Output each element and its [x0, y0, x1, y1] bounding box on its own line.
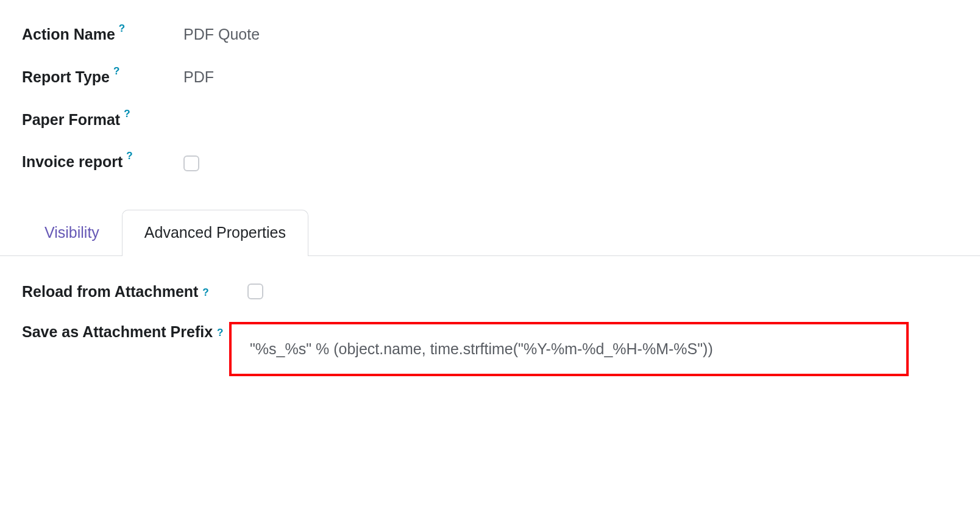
value-action-name[interactable]: PDF Quote [183, 24, 958, 45]
help-icon[interactable]: ? [217, 327, 223, 338]
value-invoice-report [183, 152, 958, 173]
tab-advanced-properties[interactable]: Advanced Properties [122, 210, 308, 256]
row-reload-from-attachment: Reload from Attachment ? [22, 280, 958, 302]
row-save-as-attachment-prefix: Save as Attachment Prefix ? "%s_%s" % (o… [22, 321, 958, 376]
advanced-panel: Reload from Attachment ? Save as Attachm… [22, 280, 958, 376]
label-save-as-attachment-prefix: Save as Attachment Prefix ? [22, 321, 229, 343]
label-text: Paper Format [22, 110, 120, 130]
row-paper-format: Paper Format ? [22, 110, 958, 130]
help-icon[interactable]: ? [202, 287, 208, 298]
help-icon[interactable]: ? [113, 66, 119, 76]
attachment-prefix-input[interactable]: "%s_%s" % (object.name, time.strftime("%… [229, 322, 909, 376]
label-text: Invoice report [22, 152, 122, 173]
label-text: Reload from Attachment [22, 283, 198, 300]
label-report-type: Report Type ? [22, 67, 183, 88]
value-save-as-attachment-prefix: "%s_%s" % (object.name, time.strftime("%… [229, 321, 958, 376]
label-action-name: Action Name ? [22, 24, 183, 45]
label-paper-format: Paper Format ? [22, 110, 183, 130]
help-icon[interactable]: ? [119, 23, 125, 34]
row-report-type: Report Type ? PDF [22, 67, 958, 88]
row-action-name: Action Name ? PDF Quote [22, 24, 958, 45]
label-text: Save as Attachment Prefix [22, 323, 213, 340]
tabs: Visibility Advanced Properties [0, 209, 980, 256]
label-text: Action Name [22, 24, 115, 45]
row-invoice-report: Invoice report ? [22, 152, 958, 173]
label-reload-from-attachment: Reload from Attachment ? [22, 280, 229, 302]
basic-fields: Action Name ? PDF Quote Report Type ? PD… [22, 24, 958, 173]
invoice-report-checkbox[interactable] [183, 155, 199, 171]
help-icon[interactable]: ? [124, 109, 130, 119]
label-invoice-report: Invoice report ? [22, 152, 183, 173]
help-icon[interactable]: ? [126, 151, 132, 161]
value-report-type[interactable]: PDF [183, 67, 958, 88]
label-text: Report Type [22, 67, 110, 88]
reload-from-attachment-checkbox[interactable] [247, 284, 263, 299]
value-reload-from-attachment [229, 280, 958, 299]
tab-visibility[interactable]: Visibility [22, 210, 122, 256]
